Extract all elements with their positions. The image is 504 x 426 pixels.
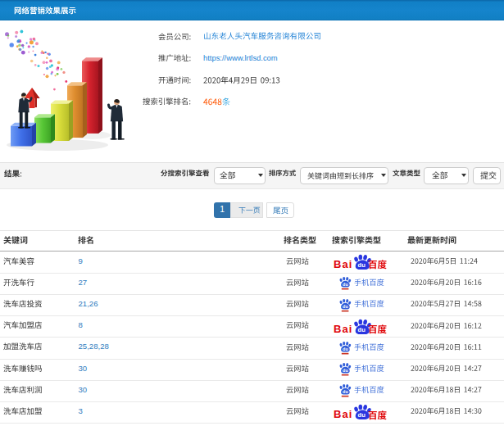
svg-text:Bai: Bai xyxy=(334,323,352,335)
svg-text:Bai: Bai xyxy=(334,258,352,270)
svg-text:du: du xyxy=(343,390,348,395)
svg-text:du: du xyxy=(343,304,348,309)
svg-text:du: du xyxy=(343,283,348,288)
svg-text:du: du xyxy=(343,347,348,351)
svg-text:du: du xyxy=(358,261,366,269)
svg-text:du: du xyxy=(358,411,366,419)
svg-text:du: du xyxy=(343,369,348,374)
svg-text:Bai: Bai xyxy=(334,408,352,420)
svg-text:du: du xyxy=(358,326,366,333)
